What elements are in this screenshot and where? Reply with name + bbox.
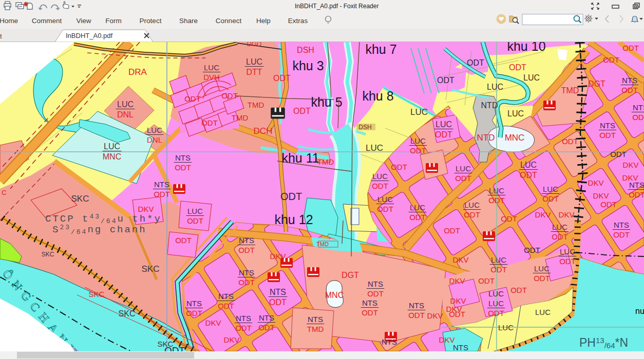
svg-text:DKV: DKV: [559, 210, 575, 219]
svg-text:SKC: SKC: [119, 309, 136, 318]
svg-text:DKV: DKV: [427, 311, 443, 320]
svg-text:DKV: DKV: [439, 335, 455, 344]
svg-text:ODT: ODT: [534, 274, 550, 283]
svg-text:NTS: NTS: [186, 299, 202, 308]
svg-text:NTS: NTS: [308, 315, 323, 324]
svg-text:nu: nu: [635, 307, 644, 315]
svg-text:ODT: ODT: [175, 236, 192, 245]
svg-text:LUC: LUC: [488, 289, 504, 298]
svg-text:khu 8: khu 8: [362, 89, 393, 103]
svg-text:LUC: LUC: [204, 63, 219, 72]
svg-text:LUC: LUC: [534, 264, 550, 273]
svg-text:NTS: NTS: [259, 313, 274, 322]
svg-text:khu 10: khu 10: [507, 42, 545, 53]
svg-text:khu 5: khu 5: [311, 95, 342, 109]
svg-text:ODT: ODT: [632, 113, 644, 122]
svg-text:DKV: DKV: [446, 305, 462, 313]
svg-text:ODT: ODT: [444, 226, 460, 235]
svg-text:LUC: LUC: [488, 299, 504, 308]
svg-text:NTS: NTS: [622, 76, 637, 85]
svg-text:NTS: NTS: [614, 221, 629, 229]
svg-text:DKV: DKV: [138, 205, 154, 213]
svg-text:NTS: NTS: [270, 288, 286, 296]
svg-text:SKC: SKC: [89, 290, 105, 298]
svg-text:DSH: DSH: [297, 46, 314, 54]
svg-text:NTS: NTS: [218, 292, 234, 301]
svg-text:DGD: DGD: [247, 42, 262, 48]
svg-text:LUC: LUC: [372, 172, 388, 181]
svg-text:DKV: DKV: [205, 318, 221, 327]
svg-text:LUC: LUC: [560, 247, 575, 256]
svg-text:C: C: [2, 189, 6, 196]
svg-text:LUC: LUC: [147, 126, 162, 134]
svg-text:ODT: ODT: [410, 146, 426, 155]
svg-text:LUC: LUC: [410, 136, 426, 145]
svg-text:DKV: DKV: [535, 210, 551, 219]
svg-text:LUC: LUC: [543, 185, 558, 193]
svg-text:NTS: NTS: [239, 236, 254, 245]
svg-text:DGT: DGT: [342, 271, 359, 280]
svg-text:LUC: LUC: [491, 255, 506, 264]
svg-text:ODT: ODT: [488, 309, 504, 317]
svg-text:NTS: NTS: [600, 121, 615, 130]
svg-text:TMD: TMD: [232, 113, 249, 122]
svg-text:ODT: ODT: [501, 214, 517, 223]
svg-text:LUC: LUC: [498, 323, 514, 332]
svg-text:InBDHT_A0.pdf: InBDHT_A0.pdf: [66, 32, 112, 39]
svg-text:ODT: ODT: [603, 55, 619, 64]
svg-text:khu 3: khu 3: [292, 58, 324, 73]
svg-text:MNC: MNC: [325, 291, 344, 300]
svg-text:LUC: LUC: [246, 57, 262, 66]
svg-text:NTD: NTD: [481, 101, 498, 110]
svg-text:NTS: NTS: [629, 181, 644, 189]
svg-text:DNL: DNL: [117, 110, 134, 119]
svg-text:ODT: ODT: [455, 174, 471, 183]
svg-text:ODT: ODT: [377, 205, 393, 213]
svg-text:LUC: LUC: [464, 201, 480, 209]
svg-text:ODT: ODT: [622, 44, 639, 52]
svg-text:NTS: NTS: [236, 314, 251, 323]
svg-text:ODT: ODT: [510, 286, 527, 294]
svg-text:DKV: DKV: [224, 335, 240, 344]
svg-text:DRA: DRA: [128, 67, 147, 77]
svg-text:LUC: LUC: [410, 203, 425, 212]
svg-text:ODT: ODT: [524, 246, 540, 254]
svg-text:MNC: MNC: [505, 133, 525, 143]
svg-text:NTS: NTS: [633, 103, 644, 112]
svg-text:DKV: DKV: [453, 255, 469, 264]
svg-text:ODT: ODT: [238, 246, 255, 254]
svg-text:SKC: SKC: [142, 264, 160, 274]
svg-text:ODT: ODT: [520, 171, 537, 180]
svg-text:ODT: ODT: [552, 232, 568, 241]
svg-text:LUC: LUC: [377, 195, 393, 204]
svg-text:ODT: ODT: [218, 302, 234, 310]
svg-text:ODT: ODT: [184, 94, 201, 103]
svg-text:SKC: SKC: [42, 251, 54, 258]
svg-text:NTD: NTD: [477, 133, 495, 143]
svg-text:DKV: DKV: [623, 161, 639, 169]
svg-text:LUC: LUC: [435, 120, 452, 129]
svg-text:MNC: MNC: [103, 152, 121, 161]
svg-text:LUC: LUC: [535, 308, 551, 316]
svg-text:ODT: ODT: [490, 265, 507, 274]
svg-text:ODT: ODT: [509, 63, 526, 72]
svg-text:ODT: ODT: [293, 107, 311, 115]
svg-text:LUC: LUC: [456, 164, 471, 173]
svg-text:ODT: ODT: [409, 213, 426, 222]
svg-text:ODT: ODT: [610, 150, 627, 158]
svg-text:DKV: DKV: [449, 276, 465, 285]
svg-text:LUC: LUC: [520, 161, 537, 169]
svg-text:ODT: ODT: [437, 76, 454, 85]
svg-text:LUC: LUC: [489, 186, 504, 195]
svg-text:ODT: ODT: [478, 276, 495, 285]
svg-text:LUC: LUC: [187, 207, 203, 215]
svg-text:DKV: DKV: [450, 296, 466, 305]
svg-text:ODT: ODT: [372, 182, 388, 190]
svg-text:DCH: DCH: [254, 126, 273, 136]
svg-text:ODT: ODT: [542, 194, 559, 203]
svg-text:TMD: TMD: [248, 101, 264, 109]
svg-text:ODT: ODT: [464, 210, 480, 219]
svg-text:ODT: ODT: [187, 216, 203, 225]
svg-text:ODT: ODT: [154, 190, 170, 198]
svg-text:LUC: LUC: [507, 109, 524, 118]
